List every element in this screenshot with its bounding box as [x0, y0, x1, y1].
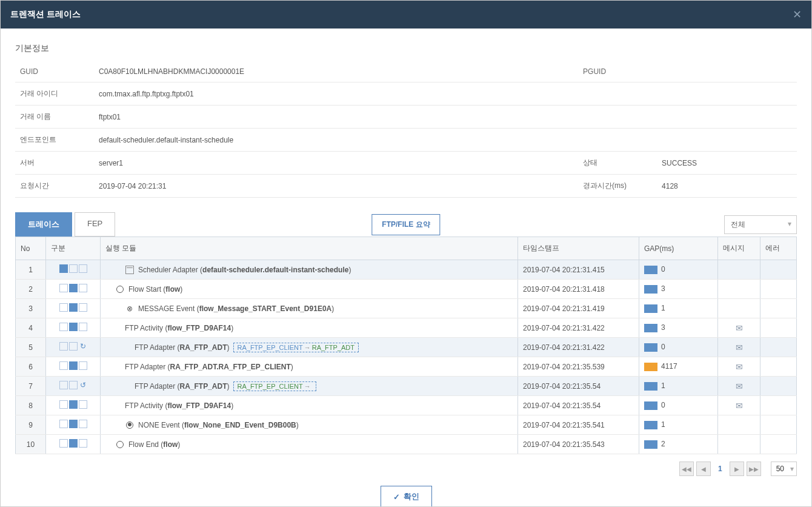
row-msg[interactable]: ✉	[718, 357, 760, 377]
col-gap[interactable]: GAP(ms)	[639, 237, 718, 260]
page-first-button[interactable]: ◀◀	[679, 462, 694, 476]
col-message[interactable]: 메시지	[718, 237, 760, 260]
row-gubun: ↻	[46, 338, 101, 357]
row-no: 1	[16, 260, 46, 280]
row-msg[interactable]: ✉	[718, 377, 760, 396]
module-link[interactable]: RA_FTP_ADT	[179, 343, 227, 352]
adapter-in-icon	[59, 264, 68, 273]
envelope-icon: ✉	[736, 323, 743, 333]
row-no: 10	[16, 435, 46, 454]
gap-bar-icon	[644, 440, 657, 449]
row-gap: 1	[639, 415, 718, 435]
page-size-select[interactable]: 50	[771, 462, 797, 476]
box-icon	[69, 264, 78, 273]
arrow-right-icon: →	[304, 383, 311, 390]
row-gap: 1	[639, 377, 718, 396]
module-link[interactable]: flow_Message_START_Event_D91E0A	[199, 304, 332, 313]
row-gubun	[46, 435, 101, 454]
module-link[interactable]: flow_FTP_D9AF14	[167, 324, 231, 332]
module-link[interactable]: flow_FTP_D9AF14	[167, 401, 231, 410]
tabs: 트레이스 FEP	[15, 212, 115, 237]
circle-icon	[115, 284, 125, 294]
table-row[interactable]: 7 ↺ FTP Adapter ( RA_FTP_ADT ) RA_FTP_EP…	[16, 377, 797, 396]
page-next-button[interactable]: ▶	[730, 462, 744, 476]
table-row[interactable]: 8 FTP Activity ( flow_FTP_D9AF14 ) 2019-…	[16, 396, 797, 415]
endpoint-label: 엔드포인트	[15, 129, 94, 152]
pguid-value	[657, 61, 797, 82]
page-prev-button[interactable]: ◀	[696, 462, 711, 476]
row-msg[interactable]: ✉	[718, 396, 760, 415]
tab-trace[interactable]: 트레이스	[15, 212, 72, 237]
row-msg	[718, 435, 760, 454]
table-row[interactable]: 3 ⊗ MESSAGE Event ( flow_Message_START_E…	[16, 299, 797, 318]
envelope-icon: ✉	[736, 381, 743, 391]
box-icon	[59, 303, 68, 312]
table-row[interactable]: 4 FTP Activity ( flow_FTP_D9AF14 ) 2019-…	[16, 318, 797, 338]
row-err	[760, 299, 797, 318]
table-row[interactable]: 6 FTP Adapter ( RA_FTP_ADT.RA_FTP_EP_CLI…	[16, 357, 797, 377]
table-row[interactable]: 5 ↻ FTP Adapter ( RA_FTP_ADT ) RA_FTP_EP…	[16, 338, 797, 357]
row-module: FTP Activity ( flow_FTP_D9AF14 )	[101, 318, 518, 338]
filter-select[interactable]: 전체	[724, 215, 797, 234]
box-icon	[79, 439, 87, 448]
row-err	[760, 377, 797, 396]
gap-bar-icon	[644, 343, 657, 352]
box-icon	[79, 264, 87, 273]
row-gubun	[46, 280, 101, 299]
gap-bar-icon	[644, 363, 657, 371]
modal-body: 기본정보 GUID C0A80F10LMLHNABHDKMMACIJ000000…	[1, 29, 811, 506]
envelope-icon: ✉	[736, 343, 743, 352]
row-msg[interactable]: ✉	[718, 338, 760, 357]
module-link[interactable]: flow_None_END_Event_D9B00B	[184, 421, 296, 429]
row-module: ⊗ MESSAGE Event ( flow_Message_START_Eve…	[101, 299, 518, 318]
module-link[interactable]: flow	[165, 285, 180, 294]
controls-row: 트레이스 FEP FTP/FILE 요약 전체	[15, 212, 797, 237]
row-timestamp: 2019-07-04 20:21:35.541	[518, 415, 639, 435]
row-gap: 3	[639, 280, 718, 299]
row-msg	[718, 260, 760, 280]
table-row[interactable]: 2 Flow Start ( flow ) 2019-07-04 20:21:3…	[16, 280, 797, 299]
page-last-button[interactable]: ▶▶	[747, 462, 761, 476]
module-link[interactable]: default-scheduler.default-instant-schedu…	[202, 266, 348, 274]
table-row[interactable]: 9 NONE Event ( flow_None_END_Event_D9B00…	[16, 415, 797, 435]
row-module: Flow End ( flow )	[101, 435, 518, 454]
close-icon[interactable]: ✕	[793, 8, 802, 21]
row-msg[interactable]: ✉	[718, 318, 760, 338]
module-link[interactable]: RA_FTP_ADT	[179, 382, 227, 391]
row-timestamp: 2019-07-04 20:21:31.415	[518, 260, 639, 280]
endpoint-value: default-scheduler.default-instant-schedu…	[94, 129, 797, 152]
row-module: Flow Start ( flow )	[101, 280, 518, 299]
circle-dot-icon	[125, 420, 135, 430]
box-icon	[69, 342, 78, 351]
col-module[interactable]: 실행 모듈	[101, 237, 518, 260]
table-row[interactable]: 1 Scheduler Adapter ( default-scheduler.…	[16, 260, 797, 280]
server-label: 서버	[15, 152, 94, 175]
event-icon: ⊗	[125, 304, 135, 314]
reqtime-value: 2019-07-04 20:21:31	[94, 175, 578, 198]
elapsed-value: 4128	[657, 175, 797, 198]
pguid-label: PGUID	[578, 61, 657, 82]
box-icon	[59, 342, 68, 351]
col-no[interactable]: No	[16, 237, 46, 260]
box-icon	[79, 361, 87, 370]
pagination: ◀◀ ◀ 1 ▶ ▶▶ 50	[15, 462, 797, 476]
ftp-file-summary-button[interactable]: FTP/FILE 요약	[371, 214, 440, 235]
row-gap: 4117	[639, 357, 718, 377]
row-gap: 3	[639, 318, 718, 338]
tab-fep[interactable]: FEP	[75, 212, 115, 237]
txname-label: 거래 이름	[15, 106, 94, 129]
module-link[interactable]: RA_FTP_ADT.RA_FTP_EP_CLIENT	[170, 363, 290, 371]
confirm-button[interactable]: ✓ 확인	[381, 486, 432, 506]
box-icon	[79, 323, 87, 331]
col-error[interactable]: 에러	[760, 237, 797, 260]
col-gubun[interactable]: 구분	[46, 237, 101, 260]
module-link[interactable]: flow	[163, 440, 178, 449]
arrow-out-icon: ↻	[79, 342, 87, 351]
route-chip: RA_FTP_EP_CLIENT→RA_FTP_ADT	[233, 343, 359, 352]
gap-bar-icon	[644, 266, 657, 274]
guid-label: GUID	[15, 61, 94, 82]
modal-header: 트렌잭션 트레이스 ✕	[1, 1, 811, 29]
col-timestamp[interactable]: 타임스탬프	[518, 237, 639, 260]
table-row[interactable]: 10 Flow End ( flow ) 2019-07-04 20:21:35…	[16, 435, 797, 454]
box-icon	[79, 420, 87, 428]
